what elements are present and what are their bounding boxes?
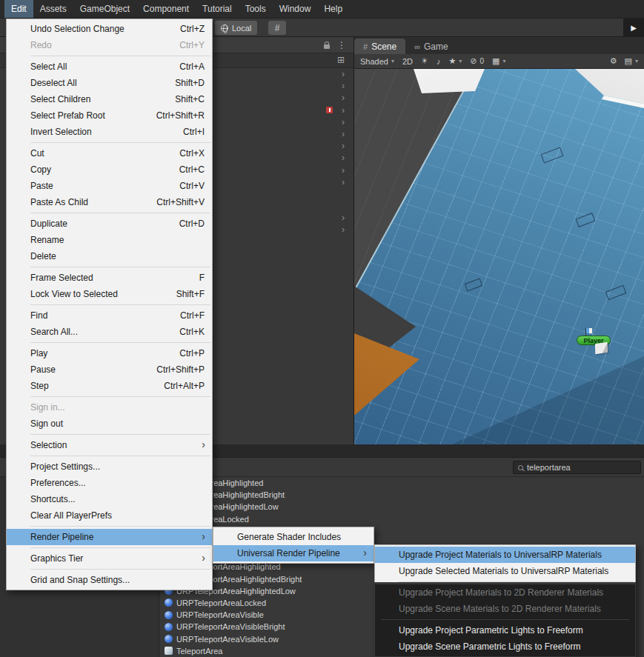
effects-icon[interactable]: ★▾ <box>448 56 462 66</box>
tab-scene[interactable]: #Scene <box>354 39 405 54</box>
menu-item-label: Sign in... <box>30 402 205 413</box>
menu-item-copy[interactable]: CopyCtrl+C <box>7 161 212 178</box>
submenu-arrow-icon: › <box>202 530 205 542</box>
scene-tab-icon: # <box>363 42 368 51</box>
menubar-item-help[interactable]: Help <box>317 0 349 18</box>
menu-item-label: Deselect All <box>30 78 159 88</box>
prefab-open-arrow-icon[interactable]: › <box>342 81 345 91</box>
menu-item-upgrade-project-parametric-lights-to-freeform[interactable]: Upgrade Project Parametric Lights to Fre… <box>375 622 635 638</box>
menu-item-upgrade-project-materials-to-universalrp-materials[interactable]: Upgrade Project Materials to UniversalRP… <box>375 547 635 563</box>
prefab-open-arrow-icon[interactable]: › <box>342 213 345 223</box>
tab-label: Game <box>424 41 448 52</box>
asset-row[interactable]: TeleportAreaHighlighted <box>160 477 644 489</box>
asset-name: URPTeleportAreaVisibleLow <box>176 635 279 644</box>
menu-separator <box>30 456 210 456</box>
menu-shortcut: Ctrl+Shift+R <box>156 110 205 121</box>
menu-item-search-all[interactable]: Search All...Ctrl+K <box>7 324 212 340</box>
shading-mode-dropdown[interactable]: Shaded ▾ <box>360 57 394 66</box>
menubar-item-tutorial[interactable]: Tutorial <box>196 0 239 18</box>
prefab-open-arrow-icon[interactable]: › <box>342 129 345 139</box>
menu-item-render-pipeline[interactable]: Render Pipeline› <box>7 529 212 545</box>
lighting-icon[interactable]: ☀ <box>421 56 428 66</box>
menu-item-label: Copy <box>30 164 163 175</box>
grid-visibility-icon[interactable]: ▦▾ <box>492 56 505 66</box>
menu-item-shortcuts[interactable]: Shortcuts... <box>7 491 212 507</box>
lock-icon[interactable] <box>324 44 330 49</box>
menu-item-invert-selection[interactable]: Invert SelectionCtrl+I <box>7 124 212 140</box>
menu-item-step[interactable]: StepCtrl+Alt+P <box>7 378 212 394</box>
urp-submenu-upper-section: Upgrade Project Materials to UniversalRP… <box>374 544 636 582</box>
menu-item-label: Cut <box>30 148 163 159</box>
scene-viewport[interactable]: Player <box>354 69 644 444</box>
menu-item-select-prefab-root[interactable]: Select Prefab RootCtrl+Shift+R <box>7 107 212 124</box>
scene-picker-icon[interactable]: ⊞ <box>337 55 345 65</box>
hidden-objects-icon[interactable]: ⊘0 <box>470 56 484 66</box>
menu-item-deselect-all[interactable]: Deselect AllShift+D <box>7 75 212 91</box>
menu-item-upgrade-scene-parametric-lights-to-freeform[interactable]: Upgrade Scene Parametric Lights to Freef… <box>375 638 635 655</box>
menu-separator <box>30 56 210 56</box>
menu-item-selection[interactable]: Selection› <box>7 437 212 453</box>
scene-toolbar: Shaded ▾ 2D ☀♪★▾⊘0▦▾ ⚙▤▾ <box>354 54 644 69</box>
menu-item-upgrade-selected-materials-to-universalrp-materials[interactable]: Upgrade Selected Materials to UniversalR… <box>375 563 635 579</box>
2d-toggle[interactable]: 2D <box>402 57 413 66</box>
edit-menu: Undo Selection ChangeCtrl+ZRedoCtrl+YSel… <box>6 19 213 590</box>
menu-item-clear-all-playerprefs[interactable]: Clear All PlayerPrefs <box>7 507 212 524</box>
prefab-open-arrow-icon[interactable]: › <box>342 165 345 176</box>
menu-item-cut[interactable]: CutCtrl+X <box>7 145 212 161</box>
menu-shortcut: Ctrl+D <box>179 219 205 229</box>
prefab-open-arrow-icon[interactable]: › <box>342 153 345 163</box>
menu-item-redo: RedoCtrl+Y <box>7 37 212 53</box>
menu-item-sign-out[interactable]: Sign out <box>7 416 212 432</box>
overlays-icon[interactable]: ▤▾ <box>625 56 638 66</box>
menu-item-find[interactable]: FindCtrl+F <box>7 307 212 324</box>
menu-item-project-settings[interactable]: Project Settings... <box>7 458 212 475</box>
audio-icon[interactable]: ♪ <box>436 57 441 66</box>
menu-item-frame-selected[interactable]: Frame SelectedF <box>7 270 212 286</box>
menu-item-duplicate[interactable]: DuplicateCtrl+D <box>7 216 212 232</box>
prefab-open-arrow-icon[interactable]: › <box>342 224 345 235</box>
menubar-item-assets[interactable]: Assets <box>33 0 73 18</box>
menubar-item-gameobject[interactable]: GameObject <box>73 0 136 18</box>
menu-shortcut: Ctrl+Y <box>179 40 205 50</box>
play-button[interactable]: ▶ <box>623 19 644 37</box>
prefab-open-arrow-icon[interactable]: › <box>342 177 345 187</box>
menubar-item-component[interactable]: Component <box>136 0 196 18</box>
prefab-alert-icon <box>326 107 333 113</box>
menubar-item-window[interactable]: Window <box>273 0 318 18</box>
kebab-menu-icon[interactable]: ⋮ <box>337 40 346 50</box>
asset-row[interactable]: TeleportAreaHighlightedLow <box>160 501 644 513</box>
menu-item-rename[interactable]: Rename <box>7 232 212 248</box>
player-gameobject[interactable]: Player <box>577 328 624 359</box>
lighting-icon-glyph: ☀ <box>421 56 428 66</box>
asset-row[interactable]: TeleportAreaHighlightedBright <box>160 489 644 501</box>
menu-item-generate-shader-includes[interactable]: Generate Shader Includes <box>213 529 374 545</box>
asset-row[interactable]: TeleportAreaLocked <box>160 513 644 525</box>
menubar-item-edit[interactable]: Edit <box>4 0 33 18</box>
menu-item-preferences[interactable]: Preferences... <box>7 475 212 491</box>
menu-item-select-all[interactable]: Select AllCtrl+A <box>7 59 212 75</box>
menu-item-delete[interactable]: Delete <box>7 248 212 264</box>
tools-icon[interactable]: ⚙ <box>610 56 617 66</box>
menu-item-undo-selection-change[interactable]: Undo Selection ChangeCtrl+Z <box>7 21 212 37</box>
pivot-local-button[interactable]: Local <box>215 21 257 35</box>
grid-snap-button[interactable]: # <box>268 21 286 35</box>
menu-item-play[interactable]: PlayCtrl+P <box>7 345 212 361</box>
project-search-input[interactable]: teleportarea <box>513 461 641 474</box>
menubar-item-tools[interactable]: Tools <box>239 0 273 18</box>
menu-shortcut: Ctrl+V <box>179 181 205 191</box>
menu-item-grid-and-snap-settings[interactable]: Grid and Snap Settings... <box>7 572 212 588</box>
prefab-open-arrow-icon[interactable]: › <box>342 141 345 151</box>
menu-item-select-children[interactable]: Select ChildrenShift+C <box>7 91 212 107</box>
menu-item-universal-render-pipeline[interactable]: Universal Render Pipeline› <box>213 545 374 561</box>
menu-item-graphics-tier[interactable]: Graphics Tier› <box>7 550 212 567</box>
menu-item-pause[interactable]: PauseCtrl+Shift+P <box>7 361 212 378</box>
prefab-open-arrow-icon[interactable]: › <box>342 69 345 79</box>
menu-item-paste[interactable]: PasteCtrl+V <box>7 178 212 194</box>
menu-separator <box>30 526 210 527</box>
prefab-open-arrow-icon[interactable]: › <box>342 93 345 103</box>
prefab-open-arrow-icon[interactable]: › <box>342 117 345 127</box>
menu-item-lock-view-to-selected[interactable]: Lock View to SelectedShift+F <box>7 286 212 302</box>
prefab-open-arrow-icon[interactable]: › <box>342 105 345 116</box>
menu-item-paste-as-child[interactable]: Paste As ChildCtrl+Shift+V <box>7 194 212 210</box>
tab-game[interactable]: ∞Game <box>405 39 457 54</box>
